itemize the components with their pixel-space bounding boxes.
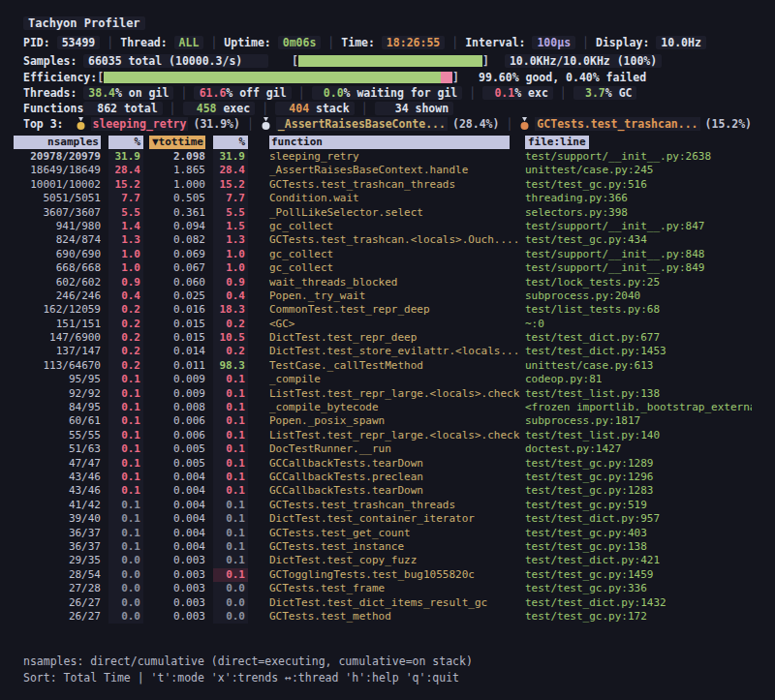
cum-pct-cell: 0.4 <box>213 289 248 303</box>
cum-pct-cell: 0.1 <box>213 429 248 442</box>
direct-pct-cell: 0.2 <box>108 331 143 345</box>
cum-pct-cell: 0.1 <box>213 540 248 554</box>
functions-stat-shown: 34 shown <box>375 102 454 115</box>
cum-pct-cell: 0.1 <box>213 512 248 526</box>
nsamples-cell: 26/27 <box>23 596 101 610</box>
cum-pct-cell: 0.1 <box>213 484 248 498</box>
tottime-cell: 0.060 <box>143 276 205 289</box>
nsamples-cell: 47/47 <box>23 457 101 471</box>
nsamples-cell: 5051/5051 <box>23 192 101 205</box>
separator: │ <box>210 36 217 49</box>
pid-value: 53499 <box>57 36 101 49</box>
efficiency-bar-good <box>104 72 441 83</box>
tottime-cell: 0.004 <box>143 499 205 512</box>
footer-shortcuts: Sort: Total Time | 't':mode 'x':trends ↔… <box>23 669 752 685</box>
tottime-cell: 1.865 <box>143 164 205 177</box>
function-cell: TestCase._callTestMethod <box>248 359 525 373</box>
samples-rate: 10.0KHz/10.0KHz (100%) <box>505 54 662 68</box>
function-cell: gc_collect <box>248 220 525 233</box>
nsamples-cell: 55/55 <box>23 429 101 442</box>
function-cell: Popen._posix_spawn <box>248 414 525 428</box>
header-tottime-sorted[interactable]: ▼tottime <box>149 136 205 149</box>
direct-pct-cell: 0.0 <box>108 554 143 567</box>
separator: │ <box>451 36 458 49</box>
direct-pct-cell: 0.0 <box>108 610 143 624</box>
direct-pct-cell: 15.2 <box>108 178 143 192</box>
table-row: 151/151 0.2 0.015 0.2 <GC> ~:0 <box>23 318 752 331</box>
top3-line: Top 3: sleeping_retry (31.9%) │ _AssertR… <box>23 115 752 133</box>
nsamples-cell: 602/602 <box>23 276 101 289</box>
nsamples-cell: 39/40 <box>23 512 101 526</box>
display-value: 10.0Hz <box>656 36 706 49</box>
cum-pct-cell: 15.2 <box>213 178 248 192</box>
header-function[interactable]: function <box>269 136 510 149</box>
separator: │ <box>582 36 589 49</box>
separator: │ <box>506 117 512 131</box>
table-row: 36/37 0.1 0.004 0.1 GCTests.test_instanc… <box>23 540 752 554</box>
function-cell: DictTest.test_dict_items_result_gc <box>248 596 525 610</box>
file-line-cell: test/test_gc.py:516 <box>525 178 752 192</box>
tottime-cell: 0.011 <box>143 359 205 373</box>
direct-pct-cell: 0.1 <box>108 499 143 512</box>
file-line-cell: <frozen importlib._bootstrap_external <box>525 401 752 414</box>
function-cell: GCTests.test_method <box>248 610 525 624</box>
function-cell: wait_threads_blocked <box>248 276 525 289</box>
table-row: 3607/3607 5.5 0.361 5.5 _PollLikeSelecto… <box>23 206 752 220</box>
tottime-cell: 0.003 <box>143 582 205 595</box>
bracket-close: ] <box>482 54 489 68</box>
file-line-cell: subprocess.py:1817 <box>525 414 752 428</box>
file-line-cell: test/test_dict.py:421 <box>525 554 752 567</box>
cum-pct-cell: 0.1 <box>213 414 248 428</box>
function-cell: DictTest.test_store_evilattr.<locals... <box>248 345 525 358</box>
direct-pct-cell: 0.0 <box>108 568 143 582</box>
header-cum-pct[interactable]: % <box>213 136 248 149</box>
footer-legend: nsamples: direct/cumulative (direct=exec… <box>23 653 752 669</box>
cum-pct-cell: 0.1 <box>213 442 248 456</box>
interval-value: 100µs <box>532 36 575 49</box>
direct-pct-cell: 1.4 <box>108 220 143 233</box>
nsamples-cell: 28/54 <box>23 568 101 582</box>
function-cell: Popen._try_wait <box>248 289 525 303</box>
cum-pct-cell: 1.3 <box>213 233 248 247</box>
nsamples-cell: 690/690 <box>23 248 101 261</box>
function-cell: DocTestRunner.__run <box>248 442 525 456</box>
table-row: 147/6900 0.2 0.015 10.5 DictTest.test_re… <box>23 331 752 345</box>
tottime-cell: 0.361 <box>143 206 205 220</box>
cum-pct-cell: 0.1 <box>213 554 248 567</box>
direct-pct-cell: 0.1 <box>108 387 143 401</box>
table-row: 51/63 0.1 0.005 0.1 DocTestRunner.__run … <box>23 442 752 456</box>
file-line-cell: test/support/__init__.py:2638 <box>525 150 752 164</box>
header-file-line[interactable]: file:line <box>525 136 589 149</box>
efficiency-bar-fail <box>441 72 452 83</box>
thread-value[interactable]: ALL <box>174 36 204 49</box>
direct-pct-cell: 31.9 <box>108 150 143 164</box>
table-row: 43/46 0.1 0.004 0.1 GCCallbackTests.prec… <box>23 471 752 484</box>
tottime-cell: 0.069 <box>143 248 205 261</box>
function-cell: GCTests.test_instance <box>248 540 525 554</box>
function-cell: _AssertRaisesBaseContext.handle <box>248 164 525 177</box>
title-line: Tachyon Profiler <box>23 14 752 33</box>
tottime-cell: 0.015 <box>143 331 205 345</box>
cum-pct-cell: 0.1 <box>213 457 248 471</box>
file-line-cell: test/test_gc.py:434 <box>525 233 752 247</box>
file-line-cell: threading.py:366 <box>525 192 752 205</box>
nsamples-cell: 137/147 <box>23 345 101 358</box>
gold-medal-icon <box>76 117 86 131</box>
function-cell: GCTests.test_trashcan_threads <box>248 499 525 512</box>
cum-pct-cell: 1.5 <box>213 220 248 233</box>
function-cell: <GC> <box>248 318 525 331</box>
uptime-value: 0m06s <box>278 36 322 49</box>
table-row: 246/246 0.4 0.025 0.4 Popen._try_wait su… <box>23 289 752 303</box>
samples-rate-bar <box>298 55 482 67</box>
time-value: 18:26:55 <box>382 36 445 49</box>
direct-pct-cell: 0.2 <box>108 303 143 317</box>
header-direct-pct[interactable]: % <box>108 136 143 149</box>
file-line-cell: doctest.py:1427 <box>525 442 752 456</box>
file-line-cell: test/test_gc.py:1296 <box>525 471 752 484</box>
threads-line: Threads: 38.4% on gil │ 61.6% off gil │ … <box>23 85 752 101</box>
tottime-cell: 0.004 <box>143 540 205 554</box>
functions-label: Functions: <box>23 102 83 115</box>
table-row: 84/95 0.1 0.008 0.1 _compile_bytecode <f… <box>23 401 752 414</box>
bracket-open: [ <box>97 71 104 84</box>
header-nsamples[interactable]: nsamples <box>14 136 101 149</box>
